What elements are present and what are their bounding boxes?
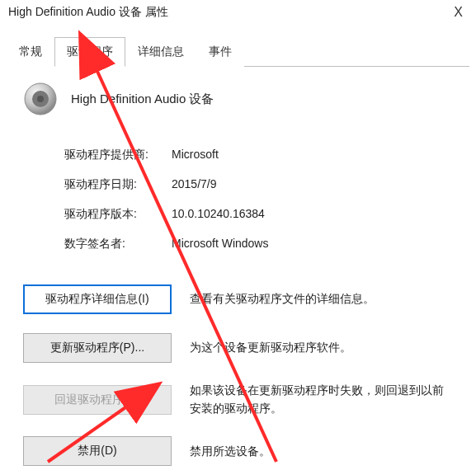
driver-details-button[interactable]: 驱动程序详细信息(I) xyxy=(23,284,172,314)
svg-point-2 xyxy=(37,96,44,102)
tab-details[interactable]: 详细信息 xyxy=(125,37,196,67)
disable-desc: 禁用所选设备。 xyxy=(190,443,453,461)
rollback-driver-desc: 如果该设备在更新驱动程序时失败，则回退到以前安装的驱动程序。 xyxy=(190,382,453,417)
date-value: 2015/7/9 xyxy=(172,177,217,192)
tab-events[interactable]: 事件 xyxy=(196,37,244,67)
device-header: High Definition Audio 设备 xyxy=(23,82,453,116)
close-icon[interactable]: X xyxy=(449,5,468,20)
tab-general[interactable]: 常规 xyxy=(7,37,54,67)
rollback-driver-button: 回退驱动程序(R) xyxy=(23,385,172,415)
window-title: High Definition Audio 设备 属性 xyxy=(8,5,168,20)
tab-content: High Definition Audio 设备 驱动程序提供商: Micros… xyxy=(0,67,476,466)
signer-value: Microsoft Windows xyxy=(172,237,268,251)
titlebar: High Definition Audio 设备 属性 X xyxy=(0,0,476,25)
update-driver-desc: 为这个设备更新驱动程序软件。 xyxy=(190,339,453,357)
version-value: 10.0.10240.16384 xyxy=(172,207,265,222)
driver-info: 驱动程序提供商: Microsoft 驱动程序日期: 2015/7/9 驱动程序… xyxy=(64,148,453,251)
driver-actions: 驱动程序详细信息(I) 查看有关驱动程序文件的详细信息。 更新驱动程序(P)..… xyxy=(23,284,453,466)
speaker-icon xyxy=(23,82,58,116)
tab-driver[interactable]: 驱动程序 xyxy=(54,37,125,67)
signer-label: 数字签名者: xyxy=(64,237,172,251)
disable-button[interactable]: 禁用(D) xyxy=(23,436,172,466)
version-label: 驱动程序版本: xyxy=(64,207,172,222)
provider-label: 驱动程序提供商: xyxy=(64,148,172,162)
update-driver-button[interactable]: 更新驱动程序(P)... xyxy=(23,333,172,363)
provider-value: Microsoft xyxy=(172,148,219,162)
driver-details-desc: 查看有关驱动程序文件的详细信息。 xyxy=(190,290,453,308)
tab-strip: 常规 驱动程序 详细信息 事件 xyxy=(7,36,469,67)
date-label: 驱动程序日期: xyxy=(64,177,172,192)
device-name: High Definition Audio 设备 xyxy=(71,92,214,107)
